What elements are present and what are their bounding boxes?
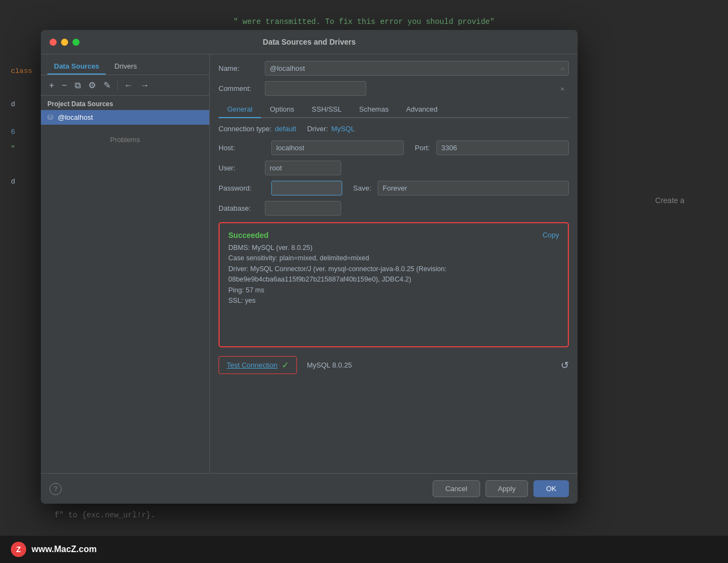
password-input[interactable] (271, 181, 342, 195)
copy-button[interactable]: ⧉ (72, 79, 83, 92)
macz-logo: Z (11, 542, 26, 557)
comment-input-wrap: ✕ (265, 81, 569, 96)
user-label: User: (219, 164, 265, 172)
data-source-icon: ⛁ (47, 113, 53, 121)
conn-type-value[interactable]: default (275, 125, 296, 133)
ok-button[interactable]: OK (533, 480, 569, 497)
sidebar-toolbar: + − ⧉ ⚙ ✎ ← → (41, 75, 209, 96)
test-connection-version: MySQL 8.0.25 (307, 361, 352, 369)
success-line-1: DBMS: MySQL (ver. 8.0.25) (228, 243, 559, 253)
tab-schemas[interactable]: Schemas (350, 101, 397, 118)
forward-button[interactable]: → (138, 79, 152, 92)
success-title: Succeeded (228, 231, 269, 240)
conn-type-label: Connection type: (219, 125, 272, 133)
dialog-body: Data Sources Drivers + − ⧉ ⚙ ✎ ← → Proje… (41, 54, 578, 473)
comment-clear-icon[interactable]: ✕ (560, 85, 565, 91)
bg-bottom-text: f" to {exc.new_url!r}. (54, 511, 155, 519)
comment-label: Comment: (219, 84, 265, 93)
close-button[interactable] (50, 39, 57, 46)
copy-button[interactable]: Copy (543, 231, 559, 239)
refresh-icon[interactable]: ↺ (561, 359, 569, 371)
tab-drivers[interactable]: Drivers (108, 59, 143, 75)
success-header: Succeeded Copy (228, 231, 559, 240)
success-line-6: SSL: yes (228, 296, 559, 306)
host-port-row: Host: Port: (219, 140, 569, 155)
database-row: Database: (219, 201, 569, 216)
tab-general[interactable]: General (219, 101, 261, 118)
host-label: Host: (219, 144, 265, 152)
comment-input[interactable] (265, 81, 366, 96)
tab-options[interactable]: Options (261, 101, 303, 118)
panel-tabs: General Options SSH/SSL Schemas Advanced (219, 101, 569, 118)
macz-url: www.MacZ.com (32, 544, 96, 554)
conn-type-row: Connection type: default Driver: MySQL (219, 125, 569, 133)
sidebar-problems: Problems (41, 125, 209, 473)
section-title: Project Data Sources (41, 96, 209, 110)
comment-row: Comment: ✕ (219, 81, 569, 96)
name-input-wrap: ○ (265, 61, 569, 76)
bg-right-text: Create a (655, 196, 684, 205)
macz-bar: Z www.MacZ.com (0, 536, 728, 563)
success-line-5: Ping: 57 ms (228, 285, 559, 296)
help-button[interactable]: ? (50, 483, 62, 495)
tab-data-sources[interactable]: Data Sources (47, 59, 106, 75)
cancel-button[interactable]: Cancel (433, 480, 480, 497)
minimize-button[interactable] (61, 39, 68, 46)
success-text: DBMS: MySQL (ver. 8.0.25) Case sensitivi… (228, 243, 559, 306)
right-panel: Name: ○ Comment: ✕ General Options SSH/S… (210, 54, 578, 473)
sidebar-tabs: Data Sources Drivers (41, 54, 209, 75)
driver-label: Driver: (307, 125, 328, 133)
user-input[interactable] (265, 161, 341, 175)
dialog: Data Sources and Drivers Data Sources Dr… (41, 30, 578, 504)
name-row: Name: ○ (219, 61, 569, 76)
host-input[interactable] (271, 140, 404, 155)
name-label: Name: (219, 64, 265, 72)
test-connection-link[interactable]: Test Connection (227, 361, 277, 369)
name-icon: ○ (561, 65, 565, 72)
add-button[interactable]: + (46, 79, 57, 92)
success-box: Succeeded Copy DBMS: MySQL (ver. 8.0.25)… (219, 222, 569, 347)
edit-button[interactable]: ✎ (101, 78, 113, 92)
database-label: Database: (219, 204, 265, 212)
back-button[interactable]: ← (122, 79, 136, 92)
toolbar-separator (117, 81, 118, 90)
test-connection-row: Test Connection ✓ MySQL 8.0.25 ↺ (219, 351, 569, 376)
sidebar: Data Sources Drivers + − ⧉ ⚙ ✎ ← → Proje… (41, 54, 210, 473)
dialog-title: Data Sources and Drivers (263, 38, 355, 46)
test-connection-wrap: Test Connection ✓ (219, 356, 297, 374)
sidebar-item-label: @localhost (58, 113, 93, 121)
apply-button[interactable]: Apply (486, 480, 529, 497)
tab-advanced[interactable]: Advanced (397, 101, 446, 118)
window-controls (50, 39, 80, 46)
test-connection-check-icon: ✓ (282, 360, 289, 370)
success-line-2: Case sensitivity: plain=mixed, delimited… (228, 253, 559, 264)
save-input[interactable] (378, 181, 569, 195)
maximize-button[interactable] (72, 39, 80, 46)
port-input[interactable] (436, 140, 569, 155)
title-bar: Data Sources and Drivers (41, 30, 578, 54)
database-input[interactable] (265, 201, 341, 216)
settings-button[interactable]: ⚙ (86, 78, 99, 92)
success-line-3: Driver: MySQL Connector/J (ver. mysql-co… (228, 264, 559, 274)
driver-value[interactable]: MySQL (331, 125, 355, 133)
success-line-4: 08be9e9b4cba6aa115f9b27b215887af40b159e0… (228, 274, 559, 285)
password-label: Password: (219, 184, 265, 192)
dialog-footer: ? Cancel Apply OK (41, 473, 578, 504)
name-input[interactable] (265, 61, 569, 76)
remove-button[interactable]: − (59, 79, 69, 92)
port-label: Port: (415, 144, 429, 152)
user-row: User: (219, 161, 569, 175)
tab-sshssl[interactable]: SSH/SSL (303, 101, 350, 118)
save-label: Save: (353, 184, 371, 192)
sidebar-item-localhost[interactable]: ⛁ @localhost (41, 110, 209, 125)
password-row: Password: Save: (219, 181, 569, 195)
